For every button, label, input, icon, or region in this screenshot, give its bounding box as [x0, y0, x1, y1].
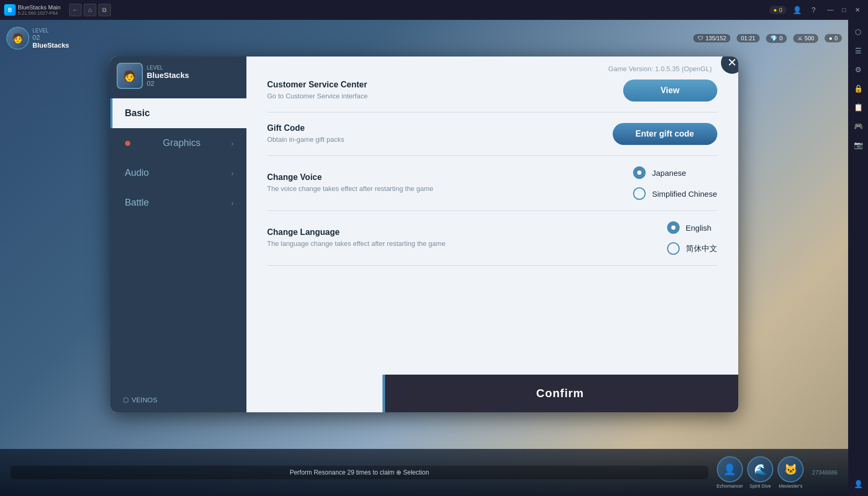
view-button[interactable]: View — [623, 80, 717, 102]
rs-icon-4[interactable]: 🔒 — [850, 81, 866, 96]
echomancer-label: Echomancer — [717, 483, 743, 489]
bs-nav-buttons: ← ⌂ ⧉ — [69, 4, 111, 16]
change-voice-title: Change Voice — [267, 173, 621, 182]
settings-content: Game Version: 1.0.5.35 (OpenGL) Customer… — [246, 57, 738, 412]
confirm-accent — [382, 375, 385, 412]
sidebar-item-battle[interactable]: Battle › — [110, 188, 246, 218]
customer-service-title: Customer Service Center — [267, 80, 611, 89]
voice-radio-japanese[interactable] — [633, 166, 646, 179]
vein-logo-text: VEINOS — [132, 396, 157, 404]
sidebar-level-value: 02 — [147, 80, 189, 87]
echomancer-icon: 👤 — [717, 456, 743, 482]
char-echomancer[interactable]: 👤 Echomancer — [717, 456, 743, 489]
maximize-button[interactable]: □ — [838, 4, 850, 16]
sidebar-level-label: LEVEL — [147, 65, 189, 71]
nav-audio-arrows: › — [231, 169, 234, 177]
voice-option-simplified-chinese[interactable]: Simplified Chinese — [633, 187, 717, 200]
language-radio-simplified-chinese[interactable] — [667, 242, 680, 255]
setting-row-customer-service: Customer Service Center Go to Customer S… — [267, 69, 717, 112]
task-suffix: Selection — [403, 469, 429, 476]
sidebar-profile-info: LEVEL BlueStacks 02 — [147, 65, 189, 87]
change-voice-desc: The voice change takes effect after rest… — [267, 184, 466, 194]
bottom-task: Perform Resonance 29 times to claim ⊕ Se… — [10, 466, 708, 479]
nav-graphics-label: Graphics — [163, 138, 200, 149]
settings-sidebar: 🧑 LEVEL BlueStacks 02 Basic Graphics › A… — [110, 57, 246, 412]
language-radio-english[interactable] — [667, 221, 680, 234]
task-text: Perform Resonance 29 times to claim — [290, 469, 394, 476]
coin-display: ● 0 — [769, 6, 786, 14]
rs-icon-8[interactable]: 👤 — [850, 476, 866, 492]
setting-info-change-voice: Change Voice The voice change takes effe… — [267, 173, 621, 194]
nav-battle-label: Battle — [125, 197, 149, 208]
voice-radio-simplified-chinese[interactable] — [633, 187, 646, 200]
vein-logo-icon: ⬡ — [123, 396, 129, 404]
language-label-english: English — [686, 223, 712, 232]
rs-icon-3[interactable]: ⚙ — [850, 62, 866, 77]
rs-icon-7[interactable]: 📷 — [850, 137, 866, 153]
gift-code-control: Enter gift code — [613, 123, 717, 145]
bs-app-title: BlueStacks Main — [18, 4, 61, 10]
coin-icon: ● — [773, 7, 777, 13]
char-meowster[interactable]: 🐱 Meowster's — [777, 456, 804, 489]
language-label-simplified-chinese: 简休中文 — [686, 244, 717, 254]
change-language-title: Change Language — [267, 228, 655, 237]
help-icon[interactable]: ? — [807, 4, 820, 16]
rs-icon-2[interactable]: ☰ — [850, 43, 866, 59]
voice-radio-group: Japanese Simplified Chinese — [633, 166, 717, 200]
sidebar-item-graphics[interactable]: Graphics › — [110, 128, 246, 158]
bluestacks-topbar: B BlueStacks Main 5.21.560.1027-P64 ← ⌂ … — [0, 0, 868, 20]
setting-row-change-language: Change Language The language change take… — [267, 211, 717, 266]
bottom-bar: Perform Resonance 29 times to claim ⊕ Se… — [0, 449, 848, 496]
setting-row-change-voice: Change Voice The voice change takes effe… — [267, 156, 717, 211]
setting-row-gift-code: Gift Code Obtain in-game gift packs Ente… — [267, 112, 717, 156]
language-option-english[interactable]: English — [667, 221, 717, 234]
rs-icon-6[interactable]: 🎮 — [850, 118, 866, 134]
bs-logo: B BlueStacks Main 5.21.560.1027-P64 — [4, 4, 61, 16]
sidebar-bottom: ⬡ VEINOS — [110, 388, 246, 412]
change-language-control: English 简休中文 — [667, 221, 717, 255]
minimize-button[interactable]: — — [824, 4, 837, 16]
vein-logo: ⬡ VEINOS — [123, 396, 234, 404]
setting-info-customer-service: Customer Service Center Go to Customer S… — [267, 80, 611, 101]
game-version: Game Version: 1.0.5.35 (OpenGL) — [608, 65, 712, 73]
bs-version: 5.21.560.1027-P64 — [18, 10, 61, 16]
nav-basic-label: Basic — [125, 108, 150, 119]
enter-gift-code-button[interactable]: Enter gift code — [613, 123, 717, 145]
customer-service-desc: Go to Customer Service interface — [267, 92, 466, 101]
coin-value: 0 — [779, 7, 782, 13]
window-close-button[interactable]: ✕ — [851, 4, 864, 16]
selection-icon: ⊕ — [396, 469, 403, 476]
voice-option-japanese[interactable]: Japanese — [633, 166, 717, 179]
bottom-characters: 👤 Echomancer 🌊 Spirit Dive 🐱 Meowster's — [717, 456, 804, 489]
customer-service-control: View — [623, 80, 717, 102]
meowster-icon: 🐱 — [777, 456, 804, 482]
nav-graphics-dot — [125, 141, 130, 146]
confirm-label: Confirm — [536, 387, 584, 400]
settings-overlay: ✕ 🧑 LEVEL BlueStacks 02 Basic Graphics › — [0, 20, 848, 449]
spirit-dive-icon: 🌊 — [747, 456, 773, 482]
voice-label-simplified-chinese: Simplified Chinese — [652, 189, 717, 198]
gift-code-title: Gift Code — [267, 123, 600, 133]
windows-button[interactable]: ⧉ — [98, 4, 111, 16]
sidebar-item-basic[interactable]: Basic — [110, 98, 246, 128]
voice-label-japanese: Japanese — [652, 168, 686, 177]
bs-controls: ● 0 👤 ? — □ ✕ — [769, 4, 864, 16]
change-language-desc: The language change takes effect after r… — [267, 239, 466, 249]
nav-audio-label: Audio — [125, 167, 149, 178]
back-button[interactable]: ← — [69, 4, 82, 16]
char-spirit-dive[interactable]: 🌊 Spirit Dive — [747, 456, 773, 489]
sidebar-profile: 🧑 LEVEL BlueStacks 02 — [117, 63, 189, 89]
sidebar-item-audio[interactable]: Audio › — [110, 158, 246, 188]
person-icon[interactable]: 👤 — [791, 4, 803, 16]
rs-icon-1[interactable]: ⬡ — [850, 24, 866, 40]
nav-graphics-arrows: › — [231, 139, 234, 148]
language-radio-group: English 简休中文 — [667, 221, 717, 255]
home-button[interactable]: ⌂ — [84, 4, 96, 16]
sidebar-username: BlueStacks — [147, 71, 189, 80]
rs-icon-5[interactable]: 📋 — [850, 99, 866, 115]
gift-code-desc: Obtain in-game gift packs — [267, 135, 466, 144]
meowster-label: Meowster's — [779, 483, 802, 489]
language-option-simplified-chinese[interactable]: 简休中文 — [667, 242, 717, 255]
bs-logo-icon: B — [4, 4, 16, 16]
confirm-bar[interactable]: Confirm — [382, 375, 738, 412]
